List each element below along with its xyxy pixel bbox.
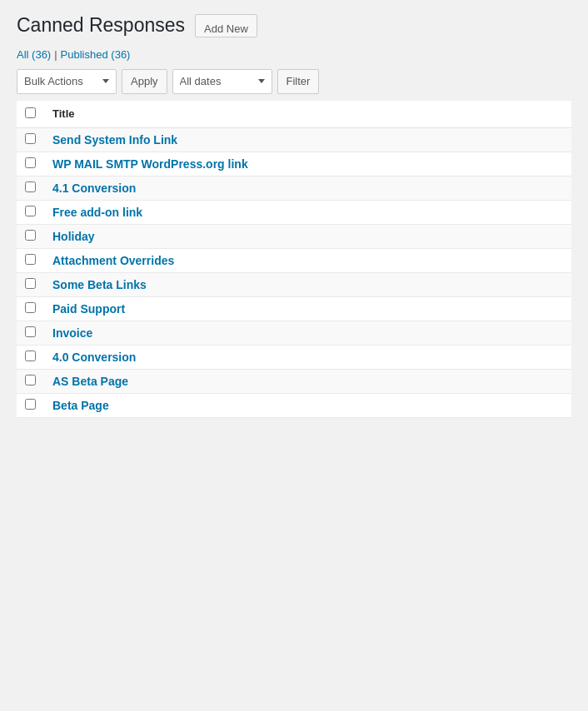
row-title-link[interactable]: Send System Info Link [52, 133, 177, 147]
table-row: Attachment Overrides [17, 248, 571, 272]
table-row: Some Beta Links [17, 272, 571, 296]
all-filter-link[interactable]: All (36) [17, 48, 51, 61]
table-row: Send System Info Link [17, 127, 571, 152]
header-title-cell: Title [44, 101, 571, 128]
row-title-cell: Attachment Overrides [44, 248, 571, 272]
row-title-link[interactable]: Attachment Overrides [52, 254, 174, 267]
apply-button[interactable]: Apply [122, 69, 167, 94]
row-title-link[interactable]: 4.0 Conversion [52, 351, 136, 364]
row-checkbox-cell [17, 248, 44, 272]
published-filter-link[interactable]: Published (36) [61, 48, 131, 61]
header-title-label: Title [52, 107, 75, 120]
row-checkbox[interactable] [25, 399, 36, 410]
row-title-link[interactable]: WP MAIL SMTP WordPress.org link [52, 157, 248, 171]
row-title-cell: 4.0 Conversion [44, 345, 571, 369]
row-title-cell: WP MAIL SMTP WordPress.org link [44, 152, 571, 176]
table-row: WP MAIL SMTP WordPress.org link [17, 152, 571, 176]
row-checkbox[interactable] [25, 351, 36, 361]
row-title-cell: Some Beta Links [44, 272, 571, 296]
table-row: Invoice [17, 321, 571, 345]
row-title-cell: Paid Support [44, 296, 571, 321]
row-checkbox-cell [17, 393, 44, 417]
bulk-actions-select[interactable]: Bulk Actions Delete [17, 69, 117, 94]
row-checkbox-cell [17, 224, 44, 248]
table-header-row: Title [17, 101, 571, 128]
table-row: AS Beta Page [17, 369, 571, 393]
page-header: Canned Responses Add New [17, 13, 571, 38]
row-title-link[interactable]: Beta Page [52, 399, 109, 412]
row-checkbox-cell [17, 272, 44, 296]
row-title-cell: Send System Info Link [44, 127, 571, 152]
table-row: Free add-on link [17, 200, 571, 224]
table-row: Beta Page [17, 393, 571, 417]
row-checkbox[interactable] [25, 206, 36, 216]
select-all-checkbox[interactable] [25, 107, 36, 118]
row-checkbox-cell [17, 127, 44, 152]
page-wrapper: Canned Responses Add New All (36) | Publ… [0, 0, 588, 431]
row-checkbox[interactable] [25, 326, 36, 337]
row-title-cell: Invoice [44, 321, 571, 345]
row-checkbox[interactable] [25, 157, 36, 168]
row-title-link[interactable]: Holiday [52, 230, 95, 243]
row-checkbox-cell [17, 345, 44, 369]
filter-button[interactable]: Filter [277, 69, 320, 94]
row-title-cell: 4.1 Conversion [44, 176, 571, 200]
row-checkbox-cell [17, 176, 44, 200]
row-checkbox[interactable] [25, 254, 36, 265]
row-checkbox-cell [17, 369, 44, 393]
row-title-link[interactable]: Free add-on link [52, 206, 142, 219]
row-title-link[interactable]: Invoice [52, 326, 92, 340]
table-body: Send System Info LinkWP MAIL SMTP WordPr… [17, 127, 571, 417]
row-checkbox-cell [17, 296, 44, 321]
filter-links: All (36) | Published (36) [17, 48, 571, 61]
row-title-link[interactable]: AS Beta Page [52, 375, 128, 388]
table-row: 4.0 Conversion [17, 345, 571, 369]
table-row: Holiday [17, 224, 571, 248]
row-checkbox[interactable] [25, 181, 36, 192]
row-title-cell: Beta Page [44, 393, 571, 417]
filter-separator: | [54, 48, 57, 61]
canned-responses-table: Title Send System Info LinkWP MAIL SMTP … [17, 101, 571, 418]
row-checkbox[interactable] [25, 278, 36, 289]
table-row: Paid Support [17, 296, 571, 321]
row-title-link[interactable]: Some Beta Links [52, 278, 147, 291]
add-new-button[interactable]: Add New [195, 14, 257, 37]
row-checkbox-cell [17, 200, 44, 224]
row-checkbox-cell [17, 152, 44, 176]
row-checkbox[interactable] [25, 230, 36, 241]
table-nav: Bulk Actions Delete Apply All dates Filt… [17, 69, 571, 94]
row-title-cell: Holiday [44, 224, 571, 248]
row-checkbox[interactable] [25, 302, 36, 313]
row-checkbox[interactable] [25, 375, 36, 385]
table-row: 4.1 Conversion [17, 176, 571, 200]
row-title-link[interactable]: Paid Support [52, 302, 125, 316]
row-title-cell: Free add-on link [44, 200, 571, 224]
row-checkbox[interactable] [25, 133, 36, 144]
date-filter-select[interactable]: All dates [172, 69, 272, 94]
header-checkbox-cell [17, 101, 44, 128]
row-checkbox-cell [17, 321, 44, 345]
page-title: Canned Responses [17, 13, 185, 38]
row-title-link[interactable]: 4.1 Conversion [52, 181, 136, 195]
row-title-cell: AS Beta Page [44, 369, 571, 393]
